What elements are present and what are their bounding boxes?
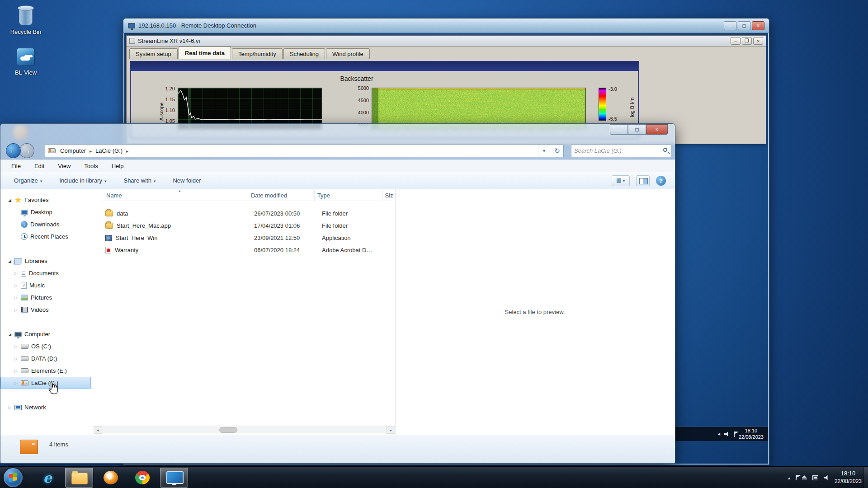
tray-icon[interactable] [812,475,818,480]
column-header[interactable]: Siz [382,190,395,201]
sidebar-item[interactable]: OS (C:) [0,340,91,352]
taskbar-clock[interactable]: 18:10 22/08/2023 [835,470,862,485]
scrollbar-thumb[interactable] [219,427,237,433]
explorer-titlebar[interactable]: – □ × [0,124,675,141]
change-view-button[interactable]: ▾ [612,175,630,186]
sidebar-item[interactable]: Documents [0,267,91,279]
forward-button[interactable]: → [19,143,34,158]
column-header[interactable]: Name [100,190,248,201]
sidebar-item[interactable]: Music [0,279,91,291]
menu-item[interactable]: File [11,163,21,169]
expander-icon[interactable] [14,357,21,361]
rdp-close-button[interactable]: × [752,21,764,30]
desktop-icon[interactable]: BL-View [6,48,45,76]
taskbar-app-button[interactable] [97,468,125,488]
toolbar-button[interactable]: Share with [123,177,156,184]
remote-tray-icon[interactable] [724,432,730,437]
tray-icon[interactable] [802,475,807,480]
explorer-close-button[interactable]: × [646,124,668,135]
desktop-icon[interactable]: Recycle Bin [6,4,45,35]
expander-icon[interactable] [14,271,21,276]
horizontal-scrollbar[interactable]: ◂ ▸ [94,426,395,433]
sidebar-item[interactable]: Pictures [0,291,91,304]
refresh-icon[interactable]: ↻ [551,145,563,157]
file-row[interactable]: Start_Here_Win 23/09/2021 12:50 Applicat… [100,232,395,244]
sidebar-item[interactable]: Network [0,401,91,413]
menu-item[interactable]: Tools [84,163,98,169]
hidden-icons-arrow[interactable]: ▴ [788,475,790,480]
tray-icon[interactable] [796,475,797,480]
streamline-tab[interactable]: System setup [129,48,178,59]
app-minimize-button[interactable]: – [731,37,741,45]
scroll-left-icon[interactable]: ◂ [94,426,102,434]
file-row[interactable]: data 26/07/2023 00:50 File folder [100,207,395,220]
taskbar-app-button[interactable] [33,468,61,488]
streamline-tab[interactable]: Real time data [179,47,231,59]
expander-icon[interactable] [8,198,14,202]
sidebar-item[interactable]: DATA (D:) [0,352,91,365]
remote-clock[interactable]: 18:10 22/08/2023 [739,428,764,441]
scroll-right-icon[interactable]: ▸ [387,426,395,434]
search-input[interactable] [574,145,658,157]
streamline-titlebar[interactable]: StreamLine XR v14-6.vi – ❐ × [127,36,766,47]
desktop-icon-image[interactable] [17,48,35,66]
sidebar-item[interactable]: Favorites [0,194,91,206]
help-button[interactable]: ? [656,176,666,186]
sidebar-item[interactable]: Desktop [0,206,91,218]
streamline-tab[interactable]: Scheduling [283,48,325,59]
back-button[interactable]: ← [6,143,21,158]
taskbar-app-button[interactable] [65,468,93,488]
file-row[interactable]: Start_Here_Mac.app 17/04/2023 01:06 File… [100,220,395,232]
sidebar-item[interactable]: Downloads [0,218,91,230]
menu-item[interactable]: Help [112,163,124,169]
expander-icon[interactable] [8,332,14,337]
toolbar-button[interactable]: New folder [173,177,201,184]
start-button[interactable] [4,468,23,487]
toolbar-button[interactable]: Include in library [59,177,106,184]
address-dropdown-icon[interactable]: ▾ [538,145,550,157]
app-close-button[interactable]: × [753,37,763,45]
expander-icon[interactable] [8,405,14,410]
app-restore-button[interactable]: ❐ [742,37,752,45]
expander-icon[interactable] [14,381,21,385]
rdp-minimize-button[interactable]: – [724,21,736,30]
breadcrumb-item[interactable]: Computer [58,147,94,154]
streamline-tab[interactable]: Temp/humidity [232,48,283,59]
breadcrumb-item[interactable]: LaCie (G:) [94,147,130,154]
tray-icon[interactable] [824,475,829,480]
sidebar-item[interactable]: Recent Places [0,230,91,243]
menu-item[interactable]: View [58,163,71,169]
explorer-maximize-button[interactable]: □ [628,124,646,135]
sidebar-item[interactable]: LaCie (G:) [0,377,91,389]
preview-pane-button[interactable] [636,175,650,186]
expander-icon[interactable] [8,259,14,263]
sidebar-item[interactable]: Elements (E:) [0,365,91,377]
column-header[interactable]: Date modified [248,190,315,201]
expander-icon[interactable] [14,296,21,300]
column-header[interactable]: Type [315,190,382,201]
sidebar-item[interactable]: Libraries [0,255,91,267]
menu-item[interactable]: Edit [34,163,44,169]
sidebar-item-label: Elements (E:) [31,367,67,374]
desktop-icon-image[interactable] [18,4,34,25]
show-desktop-button[interactable] [863,467,868,488]
remote-tray-icon[interactable] [734,432,735,437]
address-bar[interactable]: ComputerLaCie (G:) ▾ ↻ [45,144,564,157]
search-box[interactable] [571,144,671,157]
toolbar-button[interactable]: Organize [14,177,42,184]
remote-tray-icon[interactable] [717,431,720,437]
file-row[interactable]: Warranty 06/07/2020 18:24 Adobe Acrobat … [100,244,395,256]
sidebar-item[interactable]: Computer [0,328,91,340]
expander-icon[interactable] [14,369,21,373]
explorer-minimize-button[interactable]: – [610,124,628,135]
sidebar-item[interactable]: Videos [0,304,91,316]
rdp-maximize-button[interactable]: □ [738,21,750,30]
taskbar-app-button[interactable] [160,468,188,488]
expander-icon[interactable] [14,283,21,288]
expander-icon[interactable] [14,308,21,312]
streamline-tab[interactable]: Wind profile [326,48,370,59]
taskbar-app-button[interactable] [128,468,156,488]
rdp-titlebar[interactable]: 192.168.0.150 - Remote Desktop Connectio… [123,19,769,33]
search-icon[interactable] [663,148,667,152]
expander-icon[interactable] [14,344,21,349]
